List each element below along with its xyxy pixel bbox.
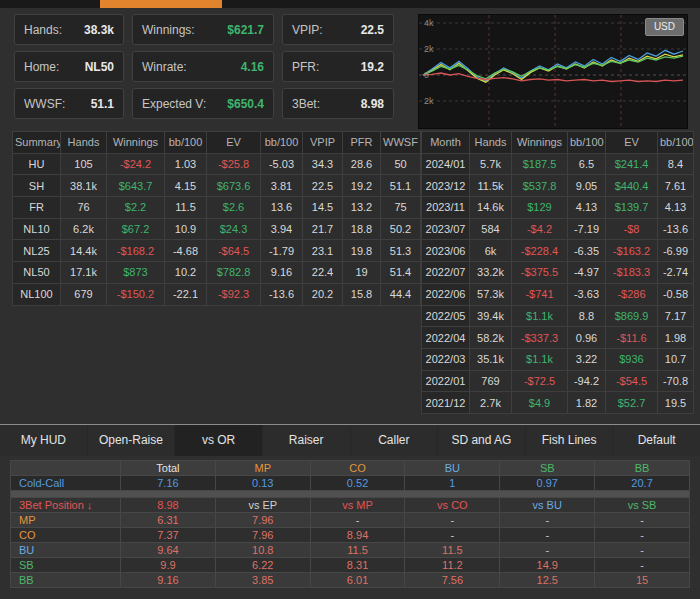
- cold-call-value: 0.97: [500, 475, 595, 490]
- month-cell: $241.4: [606, 153, 658, 175]
- month-cell: -13.6: [658, 218, 694, 240]
- threebet-stat-cell: 15: [595, 572, 690, 587]
- stat-label: VPIP:: [292, 23, 323, 37]
- tab-open-raise[interactable]: Open-Raise: [88, 425, 176, 456]
- stat-value: 19.2: [361, 60, 384, 74]
- summary-cell: 51.3: [381, 240, 421, 262]
- summary-cell: $24.3: [207, 218, 261, 240]
- stat-box-hands: Hands:38.3k: [14, 14, 124, 45]
- month-cell: -3.63: [568, 283, 606, 305]
- summary-cell: -22.1: [165, 283, 207, 305]
- summary-cell: 75: [381, 197, 421, 219]
- summary-cell: 105: [61, 153, 107, 175]
- month-cell: 19.5: [658, 392, 694, 414]
- column-header-bb-100: bb/100: [658, 132, 694, 154]
- column-header-pfr: PFR: [343, 132, 381, 154]
- summary-cell: $782.8: [207, 262, 261, 284]
- tab-raiser[interactable]: Raiser: [263, 425, 351, 456]
- month-cell: 8.4: [658, 153, 694, 175]
- stat-box-vpip: VPIP:22.5: [282, 14, 394, 45]
- chart-y-axis-label: 2k: [424, 96, 434, 106]
- threebet-stat-cell: -: [595, 542, 690, 557]
- currency-usd-button[interactable]: USD: [645, 18, 684, 36]
- hud-column-header-bu: BU: [405, 460, 500, 475]
- summary-cell: $873: [107, 262, 165, 284]
- summary-row-label: NL50: [13, 262, 61, 284]
- active-top-tab-indicator[interactable]: [100, 0, 222, 8]
- month-cell: -$54.5: [606, 370, 658, 392]
- threebet-stat-cell: 7.37: [121, 527, 216, 542]
- stat-value: 51.1: [91, 97, 114, 111]
- summary-cell: 17.1k: [61, 262, 107, 284]
- month-cell: 1.98: [658, 327, 694, 349]
- summary-cell: -1.79: [261, 240, 303, 262]
- month-cell: 7.61: [658, 175, 694, 197]
- month-row-2022-07: 2022/0733.2k-$375.5-4.97-$183.3-2.74: [422, 262, 694, 284]
- stat-value: $621.7: [227, 23, 264, 37]
- cold-call-value: 20.7: [595, 475, 690, 490]
- threebet-stat-cell: 11.5: [405, 542, 500, 557]
- month-cell: 6.5: [568, 153, 606, 175]
- summary-cell: 38.1k: [61, 175, 107, 197]
- threebet-stat-cell: -: [405, 527, 500, 542]
- stat-box-winnings: Winnings:$621.7: [132, 14, 274, 45]
- month-cell: 14.6k: [470, 197, 512, 219]
- month-cell: 2.7k: [470, 392, 512, 414]
- month-cell: 1.82: [568, 392, 606, 414]
- threebet-stat-cell: -: [595, 557, 690, 572]
- summary-cell: -$92.3: [207, 283, 261, 305]
- month-cell: 57.3k: [470, 283, 512, 305]
- tab-default[interactable]: Default: [613, 425, 700, 456]
- tables-section: SummaryHandsWinningsbb/100EVbb/100VPIPPF…: [0, 131, 700, 414]
- summary-cell: 11.5: [165, 197, 207, 219]
- column-header-ev: EV: [207, 132, 261, 154]
- month-cell: -6.35: [568, 240, 606, 262]
- stat-label: Winnings:: [142, 23, 195, 37]
- summary-cell: 34.3: [303, 153, 343, 175]
- summary-stats-grid: Hands:38.3kWinnings:$621.7VPIP:22.5Home:…: [14, 14, 394, 129]
- monthly-results-table: MonthHandsWinningsbb/100EVbb/1002024/015…: [421, 131, 694, 414]
- summary-row-sh: SH38.1k$643.74.15$673.63.8122.519.251.1: [13, 175, 421, 197]
- threebet-stat-cell: 3.85: [215, 572, 310, 587]
- month-cell: 58.2k: [470, 327, 512, 349]
- summary-cell: 76: [61, 197, 107, 219]
- threebet-position-row: 3Bet Position ↓8.98vs EPvs MPvs COvs BUv…: [11, 497, 690, 512]
- month-cell: 5.7k: [470, 153, 512, 175]
- month-row-label: 2022/04: [422, 327, 470, 349]
- threebet-stat-cell: 9.16: [121, 572, 216, 587]
- summary-row-nl50: NL5017.1k$87310.2$782.89.1622.41951.4: [13, 262, 421, 284]
- chart-y-axis-label: 2k: [424, 44, 434, 54]
- position-row-bu: BU9.6410.811.511.5--: [11, 542, 690, 557]
- month-cell: -94.2: [568, 370, 606, 392]
- threebet-stat-cell: -: [595, 527, 690, 542]
- summary-row-fr: FR76$2.211.5$2.613.614.513.275: [13, 197, 421, 219]
- month-cell: -7.19: [568, 218, 606, 240]
- threebet-stat-cell: 6.31: [121, 512, 216, 527]
- stat-label: Expected V:: [142, 97, 206, 111]
- tab-vs-or[interactable]: vs OR: [175, 425, 263, 456]
- stat-label: Winrate:: [142, 60, 187, 74]
- month-row-label: 2023/11: [422, 197, 470, 219]
- threebet-position-label: 3Bet Position ↓: [11, 497, 121, 512]
- tab-fish-lines[interactable]: Fish Lines: [526, 425, 614, 456]
- hud-column-header-total: Total: [121, 460, 216, 475]
- position-label-sb: SB: [11, 557, 121, 572]
- month-cell: 11.5k: [470, 175, 512, 197]
- cold-call-label: Cold-Call: [11, 475, 121, 490]
- summary-cell: $2.6: [207, 197, 261, 219]
- column-header-wwsf: WWSF: [381, 132, 421, 154]
- position-row-bb: BB9.163.856.017.5612.515: [11, 572, 690, 587]
- summary-cell: -$25.8: [207, 153, 261, 175]
- summary-cell: 15.8: [343, 283, 381, 305]
- summary-row-label: NL25: [13, 240, 61, 262]
- tab-caller[interactable]: Caller: [351, 425, 439, 456]
- tab-my-hud[interactable]: My HUD: [0, 425, 88, 456]
- month-cell: $440.4: [606, 175, 658, 197]
- tab-sd-and-ag[interactable]: SD and AG: [438, 425, 526, 456]
- overview-section: Hands:38.3kWinnings:$621.7VPIP:22.5Home:…: [0, 8, 700, 129]
- stat-value: NL50: [85, 60, 114, 74]
- threebet-stat-cell: -: [405, 512, 500, 527]
- month-cell: -$375.5: [512, 262, 568, 284]
- summary-cell: 1.03: [165, 153, 207, 175]
- position-row-co: CO7.377.968.94---: [11, 527, 690, 542]
